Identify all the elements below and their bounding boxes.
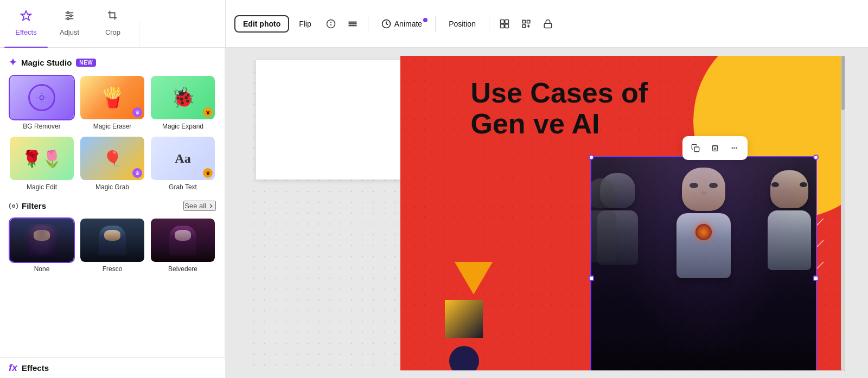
magic-expand-card[interactable]: 🐞 ♛ Magic Expand: [150, 75, 216, 131]
animate-dot: [423, 18, 427, 22]
toolbar-divider-3: [489, 16, 489, 32]
chevron-right-icon: [207, 202, 215, 210]
white-paper: [256, 60, 424, 180]
tab-adjust[interactable]: Adjust: [48, 0, 91, 48]
filter-belvedere-label: Belvedere: [150, 265, 216, 274]
filters-title: Filters: [9, 201, 46, 211]
bg-remover-card[interactable]: BG Remover: [9, 75, 75, 131]
svg-rect-15: [500, 24, 504, 28]
magic-eraser-label: Magic Eraser: [79, 123, 145, 131]
filters-header: Filters See all: [9, 201, 216, 211]
svg-rect-19: [522, 24, 525, 27]
filter-fresco-image: [80, 219, 144, 262]
scroll-track[interactable]: [841, 56, 845, 370]
grab-text-crown: ♛: [203, 168, 213, 178]
magic-expand-label: Magic Expand: [150, 123, 216, 131]
svg-point-24: [12, 204, 15, 207]
magic-star-icon: ✦: [9, 56, 17, 68]
bg-remove-icon: [28, 84, 55, 111]
lock-button[interactable]: [538, 14, 558, 34]
left-sidebar: ✦ Magic Studio NEW BG Remover: [0, 48, 225, 378]
magic-edit-label: Magic Edit: [9, 183, 75, 192]
filter-none-thumb[interactable]: [9, 217, 75, 263]
magic-grab-label: Magic Grab: [79, 183, 145, 192]
bg-remover-label: BG Remover: [9, 123, 75, 131]
adjust-tab-label: Adjust: [60, 28, 79, 36]
svg-point-5: [67, 18, 69, 20]
menu-button[interactable]: [343, 14, 362, 34]
flowers-icon: 🌹🌷: [22, 149, 62, 168]
svg-rect-13: [500, 20, 504, 23]
tab-effects[interactable]: Effects: [4, 0, 48, 48]
design-canvas: Use Cases of Gen ve AI ···: [400, 56, 845, 370]
magic-eraser-card[interactable]: 🍟 ♛ Magic Eraser: [79, 75, 145, 131]
canvas-area: Use Cases of Gen ve AI ···: [225, 48, 868, 378]
bg-remover-image: [10, 76, 74, 119]
info-button[interactable]: [321, 14, 341, 34]
magic-studio-grid: BG Remover 🍟 ♛ Magic Eraser 🐞 ♛: [9, 75, 216, 192]
adjust-icon: [63, 10, 75, 25]
fx-icon: fx: [9, 362, 17, 374]
crop-icon: [107, 10, 119, 25]
magic-edit-thumb[interactable]: 🌹🌷: [9, 136, 75, 181]
magic-expand-thumb[interactable]: 🐞 ♛: [150, 75, 216, 120]
grab-text-aa: Aa: [175, 151, 190, 166]
crop-tab-label: Crop: [105, 28, 120, 36]
edit-photo-button[interactable]: Edit photo: [234, 15, 289, 33]
fries-icon: 🍟: [100, 86, 125, 109]
grab-text-card[interactable]: Aa ♛ Grab Text: [150, 136, 216, 192]
svg-rect-16: [505, 24, 509, 28]
position-button[interactable]: Position: [441, 16, 483, 31]
context-menu[interactable]: ···: [682, 136, 748, 160]
ladybug-icon: 🐞: [171, 86, 195, 109]
grab-text-label: Grab Text: [150, 183, 216, 192]
filter-none-label: None: [9, 265, 75, 274]
svg-rect-18: [527, 20, 529, 23]
toolbar-divider-1: [368, 16, 368, 32]
context-copy-button[interactable]: [687, 139, 704, 157]
effects-icon: [20, 10, 32, 25]
filter-none-image: [10, 219, 74, 262]
magic-edit-card[interactable]: 🌹🌷 Magic Edit: [9, 136, 75, 192]
grab-text-image: Aa ♛: [151, 137, 215, 180]
gradient-square: [445, 300, 483, 338]
context-more-button[interactable]: ···: [726, 139, 743, 157]
filter-none-card[interactable]: None: [9, 217, 75, 274]
magic-grab-image: 🎈 ♛: [80, 137, 144, 180]
far-left-robot: [591, 178, 618, 265]
top-toolbar: Effects Adjust Crop Edit photo Flip A: [0, 0, 868, 48]
scroll-thumb[interactable]: [841, 56, 845, 110]
magic-eraser-image: 🍟 ♛: [80, 76, 144, 119]
magic-grab-crown: ♛: [132, 168, 142, 178]
fx-effects-bottom[interactable]: fx Effects: [0, 357, 225, 378]
robot-image-container: [591, 157, 816, 370]
grid-icon-btn[interactable]: [495, 14, 514, 34]
filters-icon: [9, 201, 18, 211]
filter-fresco-card[interactable]: Fresco: [79, 217, 145, 274]
magic-studio-title: Magic Studio: [21, 58, 72, 67]
svg-rect-17: [522, 20, 525, 23]
left-panel-tabs: Effects Adjust Crop: [0, 0, 225, 48]
magic-expand-image: 🐞 ♛: [151, 76, 215, 119]
svg-rect-22: [544, 23, 552, 28]
context-delete-button[interactable]: [706, 139, 724, 157]
magic-grab-thumb[interactable]: 🎈 ♛: [79, 136, 145, 181]
see-all-button[interactable]: See all: [183, 201, 216, 211]
design-title-area: Use Cases of Gen ve AI: [471, 78, 648, 139]
main-robot-silhouette: [671, 168, 736, 276]
filter-fresco-thumb[interactable]: [79, 217, 145, 263]
bg-remover-thumb[interactable]: [9, 75, 75, 120]
filter-belvedere-thumb[interactable]: [150, 217, 216, 263]
canvas-wrapper: Use Cases of Gen ve AI ···: [248, 56, 845, 370]
animate-button[interactable]: Animate: [374, 16, 430, 32]
arrange-button[interactable]: [516, 14, 536, 34]
flip-button[interactable]: Flip: [291, 16, 319, 31]
grab-text-thumb[interactable]: Aa ♛: [150, 136, 216, 181]
magic-grab-card[interactable]: 🎈 ♛ Magic Grab: [79, 136, 145, 192]
right-toolbar: Edit photo Flip Animate Position: [225, 0, 868, 48]
magic-eraser-thumb[interactable]: 🍟 ♛: [79, 75, 145, 120]
right-robot: [765, 170, 814, 271]
filter-belvedere-card[interactable]: Belvedere: [150, 217, 216, 274]
tab-crop[interactable]: Crop: [91, 0, 135, 48]
new-badge: NEW: [76, 59, 96, 67]
